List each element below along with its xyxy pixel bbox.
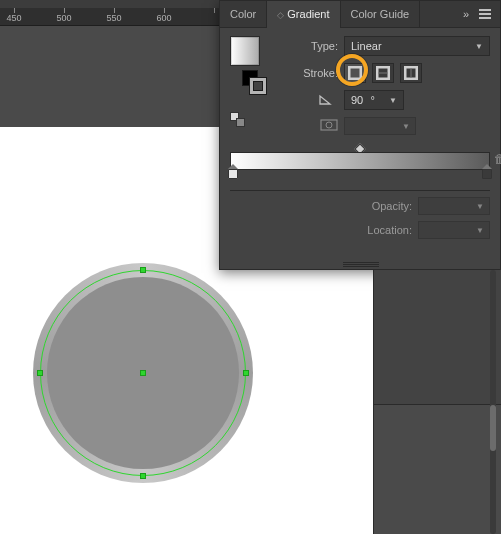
opacity-dropdown[interactable]: ▼ [418, 197, 490, 215]
anchor-handle-bottom[interactable] [140, 473, 146, 479]
stroke-label: Stroke: [276, 67, 338, 79]
tab-color[interactable]: Color [220, 1, 267, 28]
gradient-stop-right[interactable] [482, 169, 492, 181]
ruler-label: 500 [56, 13, 71, 23]
ruler-label: 600 [156, 13, 171, 23]
anchor-handle-right[interactable] [243, 370, 249, 376]
anchor-handle-top[interactable] [140, 267, 146, 273]
ruler-label: 550 [106, 13, 121, 23]
gradient-swatch[interactable] [230, 36, 260, 66]
stroke-gradient-along[interactable] [372, 63, 394, 83]
stroke-along-icon [376, 66, 390, 80]
angle-icon [318, 92, 334, 108]
delete-stop-icon[interactable]: 🗑 [494, 152, 501, 168]
dock-scrollbar[interactable] [490, 270, 496, 534]
aspect-ratio-icon [320, 119, 338, 133]
stroke-gradient-within[interactable] [344, 63, 366, 83]
opacity-label: Opacity: [372, 200, 412, 212]
gradient-ramp[interactable] [230, 152, 490, 170]
app-chrome-strip [0, 0, 219, 8]
location-label: Location: [367, 224, 412, 236]
gradient-stop-left[interactable] [228, 169, 238, 181]
svg-rect-0 [349, 67, 361, 79]
type-label: Type: [276, 40, 338, 52]
panel-tab-bar: Color ◇Gradient Color Guide » [220, 1, 500, 28]
chevron-down-icon: ▼ [389, 96, 397, 105]
fill-stroke-toggle[interactable] [242, 70, 268, 96]
type-value: Linear [351, 40, 382, 52]
stroke-gradient-across[interactable] [400, 63, 422, 83]
reverse-gradient-icon[interactable] [230, 112, 248, 130]
stroke-within-icon [348, 66, 362, 80]
right-dock-strip [373, 270, 501, 534]
horizontal-ruler: 450 500 550 600 [0, 8, 219, 26]
ruler-label: 450 [6, 13, 21, 23]
anchor-handle-left[interactable] [37, 370, 43, 376]
selected-ellipse[interactable] [33, 263, 253, 483]
dock-slot-lower[interactable] [374, 405, 501, 534]
type-dropdown[interactable]: Linear ▼ [344, 36, 490, 56]
angle-dropdown[interactable]: 90 ° ▼ [344, 90, 404, 110]
dock-slot-upper[interactable] [374, 270, 501, 405]
stroke-across-icon [404, 66, 418, 80]
chevron-down-icon: ▼ [402, 122, 410, 131]
tab-color-guide[interactable]: Color Guide [341, 1, 421, 28]
stroke-proxy[interactable] [250, 78, 266, 94]
chevron-down-icon: ▼ [476, 226, 484, 235]
tab-gradient[interactable]: ◇Gradient [267, 1, 340, 28]
panel-menu-icon[interactable] [476, 13, 494, 15]
aspect-ratio-dropdown[interactable]: ▼ [344, 117, 416, 135]
center-handle[interactable] [140, 370, 146, 376]
gradient-panel: Color ◇Gradient Color Guide » [219, 0, 501, 270]
scrollbar-thumb[interactable] [490, 405, 496, 451]
angle-value: 90 [351, 94, 363, 106]
svg-point-6 [326, 122, 332, 128]
location-dropdown[interactable]: ▼ [418, 221, 490, 239]
expand-panel-icon[interactable]: » [456, 8, 476, 20]
chevron-down-icon: ▼ [475, 42, 483, 51]
panel-resize-grip[interactable] [343, 262, 379, 268]
chevron-down-icon: ▼ [476, 202, 484, 211]
